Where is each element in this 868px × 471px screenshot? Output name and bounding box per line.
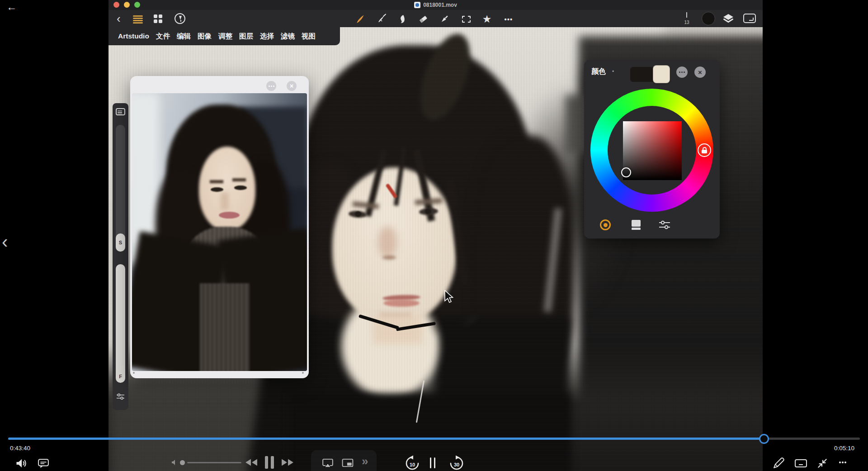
reference-close-icon[interactable]: × (287, 81, 297, 91)
video-player: ← ‹ (0, 0, 868, 471)
video-content: 0818001.mov ‹ (108, 0, 763, 471)
hue-lock-handle[interactable] (698, 143, 711, 157)
previous-video-chevron-icon[interactable]: ‹ (2, 232, 8, 252)
photo-stroke (219, 212, 240, 219)
playhead[interactable] (759, 434, 769, 444)
brush-flow-slider[interactable]: F (116, 264, 125, 383)
smudge-tool[interactable] (396, 13, 408, 25)
menu-filter[interactable]: 滤镜 (281, 32, 295, 41)
skip-forward-30-button[interactable]: 30 (448, 455, 465, 471)
touchbar-icon[interactable] (795, 459, 807, 467)
mode-sliders-icon[interactable] (658, 219, 671, 231)
reference-image-window[interactable]: × (130, 76, 309, 378)
resize-handle[interactable] (133, 372, 135, 374)
brush-size-slider[interactable]: S (116, 125, 125, 252)
panel-list-icon[interactable] (116, 108, 125, 115)
airplay-icon[interactable] (322, 458, 334, 468)
volume-slider-thumb[interactable] (180, 460, 185, 465)
secondary-color-swatch[interactable] (653, 65, 670, 83)
reference-more-icon[interactable] (266, 81, 276, 91)
menu-layer[interactable]: 图层 (239, 32, 253, 41)
current-color-well[interactable] (702, 12, 715, 25)
tool-options-sidebar: S F (113, 103, 128, 410)
fast-forward-icon[interactable] (281, 458, 294, 466)
artstudio-toolbar: ‹ ★ (108, 10, 763, 27)
current-time: 0:43:40 (10, 445, 30, 452)
photo-stroke (234, 186, 247, 190)
toolbar-more-icon[interactable]: ••• (503, 13, 514, 25)
mode-swatches-icon[interactable] (687, 219, 699, 231)
menu-file[interactable]: 文件 (156, 32, 170, 41)
wet-brush-tool[interactable] (375, 13, 387, 25)
favorites-star-icon[interactable]: ★ (481, 13, 493, 25)
saturation-value-box[interactable] (623, 121, 682, 180)
photo-stroke (200, 283, 250, 371)
photo-stroke (210, 180, 223, 183)
reference-photo (132, 93, 307, 371)
brush-size-value: 13 (684, 20, 689, 25)
photo-stroke (221, 193, 229, 210)
color-panel-more-icon[interactable] (676, 67, 688, 78)
photo-stroke (232, 178, 246, 181)
player-more-icon[interactable] (842, 461, 844, 463)
mode-classic-icon[interactable] (630, 219, 642, 231)
primary-color-swatch[interactable] (630, 67, 655, 82)
pause-indicator (430, 457, 435, 468)
resize-handle[interactable] (302, 372, 304, 374)
menu-edit[interactable]: 编辑 (177, 32, 191, 41)
brush-size-indicator: 13 (683, 12, 691, 26)
window-title-area: 0818001.mov (108, 0, 763, 10)
muted-speaker-icon (171, 459, 178, 466)
menu-adjust[interactable]: 调整 (218, 32, 232, 41)
more-controls-chevrons-icon[interactable]: » (362, 454, 368, 468)
color-swatches (630, 65, 672, 83)
color-panel: 颜色 • × (584, 60, 720, 238)
menu-artstudio[interactable]: Artstudio (118, 32, 149, 40)
app-back-icon[interactable]: ‹ (117, 11, 121, 26)
exit-fullscreen-icon[interactable] (816, 457, 828, 469)
photo-stroke (211, 187, 223, 192)
player-back-icon[interactable]: ← (6, 1, 17, 13)
menu-select[interactable]: 选择 (260, 32, 274, 41)
menu-image[interactable]: 图像 (198, 32, 212, 41)
picture-in-picture-icon[interactable] (342, 458, 354, 467)
skip-back-10-button[interactable]: 10 (404, 455, 420, 471)
layers-icon[interactable] (722, 13, 734, 26)
size-slider-thumb[interactable]: S (116, 233, 125, 252)
progress-played (8, 438, 764, 440)
color-panel-title: 颜色 (591, 67, 606, 76)
brush-size-tick (686, 12, 687, 18)
menu-hamburger-icon[interactable] (133, 15, 143, 24)
eraser-tool[interactable] (417, 13, 429, 25)
markup-pencil-icon[interactable] (772, 457, 785, 470)
volume-icon[interactable] (14, 457, 28, 470)
window-title: 0818001.mov (423, 2, 457, 8)
volume-slider-track[interactable] (187, 462, 241, 463)
macos-titlebar: 0818001.mov (108, 0, 763, 10)
canvas-view-icon[interactable] (743, 14, 756, 23)
mouse-cursor (444, 290, 454, 305)
menu-view[interactable]: 视图 (302, 32, 316, 41)
gallery-grid-icon[interactable] (154, 14, 163, 23)
eyedropper-tool[interactable] (439, 13, 450, 25)
mode-wheel-icon[interactable] (599, 219, 612, 231)
remaining-time: 0:05:10 (834, 445, 854, 452)
slider-settings-icon[interactable] (116, 393, 125, 402)
color-panel-title-dot: • (612, 68, 614, 75)
app-menubar: Artstudio 文件 编辑 图像 调整 图层 选择 滤镜 视图 (108, 27, 340, 45)
sv-handle[interactable] (621, 167, 631, 177)
progress-track[interactable] (8, 438, 860, 440)
color-panel-close-icon[interactable]: × (694, 67, 706, 78)
paintbrush-tool[interactable] (354, 13, 366, 25)
rewind-icon[interactable] (245, 458, 258, 466)
pen-mode-icon[interactable] (175, 13, 185, 24)
pause-button[interactable] (265, 456, 275, 469)
movie-file-icon (414, 2, 420, 8)
subtitles-icon[interactable] (37, 458, 50, 469)
selection-tool[interactable] (460, 13, 472, 25)
flow-slider-label: F (116, 374, 125, 379)
